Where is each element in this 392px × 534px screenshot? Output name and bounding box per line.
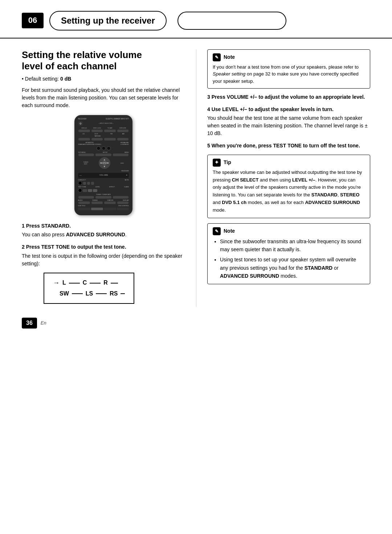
note-1-text: If you don't hear a test tone from one o…	[213, 64, 365, 85]
note-1-header: ✎ Note	[213, 53, 365, 61]
step-2: 2 Press TEST TONE to output the test ton…	[22, 244, 185, 268]
step-2-body: The test tone is output in the following…	[22, 252, 185, 268]
page: 06 Setting up the receiver Setting the r…	[0, 0, 392, 534]
tip-header: ✦ Tip	[213, 159, 365, 167]
remote-illustration: RECEIVERSLEEP FL DIMMER INPUT ATT ⏻ —INP…	[22, 115, 185, 215]
signal-flow-diagram: → L C R SW LS RS	[44, 273, 185, 304]
step-2-header: 2 Press TEST TONE to output the test ton…	[22, 244, 185, 251]
note-2-list: Since the subwoofer transmits an ultra-l…	[213, 237, 365, 280]
step-5: 5 When you're done, press TEST TONE to t…	[207, 142, 370, 150]
note-box-1: ✎ Note If you don't hear a test tone fro…	[207, 49, 370, 89]
step-4: 4 Use LEVEL +/– to adjust the speaker le…	[207, 106, 370, 138]
default-label: Default setting:	[25, 76, 60, 82]
locale-label: En	[41, 320, 46, 326]
section-title: Setting the relative volumelevel of each…	[22, 49, 185, 72]
note-2-item-2: Using test tones to set up your speaker …	[220, 256, 365, 280]
tip-icon: ✦	[213, 159, 221, 167]
note-2-header: ✎ Note	[213, 227, 365, 235]
step-5-header: 5 When you're done, press TEST TONE to t…	[207, 142, 370, 150]
note-box-2: ✎ Note Since the subwoofer transmits an …	[207, 223, 370, 284]
signal-row-1: → L C R	[53, 278, 125, 288]
page-number: 36	[22, 318, 37, 329]
tip-text: The speaker volume can be adjusted witho…	[213, 169, 365, 214]
page-title: Setting up the receiver	[49, 11, 167, 30]
arrow-right-icon: →	[53, 278, 60, 288]
step-1: 1 Press STANDARD. You can also press ADV…	[22, 223, 185, 239]
left-column: Setting the relative volumelevel of each…	[22, 49, 196, 307]
default-setting: • Default setting: 0 dB	[22, 76, 185, 83]
page-footer: 36 En	[0, 314, 392, 332]
step-4-header: 4 Use LEVEL +/– to adjust the speaker le…	[207, 106, 370, 113]
note-icon-2: ✎	[213, 227, 221, 235]
step-1-body: You can also press ADVANCED SURROUND.	[22, 231, 185, 239]
tip-box: ✦ Tip The speaker volume can be adjusted…	[207, 155, 370, 218]
signal-row-2: SW LS RS	[53, 290, 125, 298]
note-2-item-1: Since the subwoofer transmits an ultra-l…	[220, 237, 365, 254]
right-column: ✎ Note If you don't hear a test tone fro…	[196, 49, 370, 307]
page-header: 06 Setting up the receiver	[0, 0, 392, 38]
header-right-pill	[177, 12, 286, 30]
default-value: 0 dB	[60, 76, 71, 82]
step-3: 3 Press VOLUME +/– to adjust the volume …	[207, 94, 370, 101]
step-1-header: 1 Press STANDARD.	[22, 223, 185, 230]
remote-control: RECEIVERSLEEP FL DIMMER INPUT ATT ⏻ —INP…	[74, 115, 132, 215]
intro-text: For best surround sound playback, you sh…	[22, 86, 185, 109]
step-4-body: You should hear the test tone at the sam…	[207, 114, 370, 137]
note-icon-1: ✎	[213, 53, 221, 61]
main-content: Setting the relative volumelevel of each…	[0, 42, 392, 314]
step-3-header: 3 Press VOLUME +/– to adjust the volume …	[207, 94, 370, 101]
chapter-badge: 06	[22, 13, 44, 28]
